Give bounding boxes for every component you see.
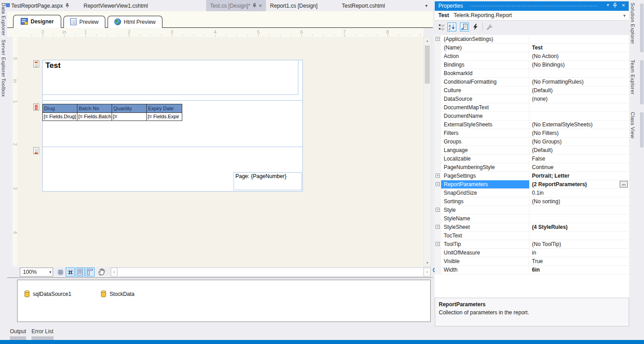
property-value[interactable]: in xyxy=(529,249,629,257)
property-value[interactable]: (2 ReportParameters)... xyxy=(529,180,629,188)
property-row[interactable]: ConditionalFormatting (No FormattingRule… xyxy=(435,78,629,86)
property-row[interactable]: StyleName xyxy=(435,214,629,223)
property-row[interactable]: Sortings (No sorting) xyxy=(435,197,629,206)
property-pages-button[interactable] xyxy=(460,22,469,31)
property-row[interactable]: Groups (No Groups) xyxy=(435,138,629,146)
page-header-section-icon[interactable] xyxy=(33,60,39,67)
expand-icon[interactable]: + xyxy=(436,37,440,41)
canvas-vertical-scrollbar[interactable]: ▴ ▾ xyxy=(423,37,431,267)
property-name[interactable]: Language xyxy=(441,146,529,154)
property-name[interactable]: ExternalStyleSheets xyxy=(441,121,529,129)
tab-designer[interactable]: Designer xyxy=(13,15,61,28)
scroll-up-icon[interactable]: ▴ xyxy=(424,37,431,44)
property-row[interactable]: BookmarkId xyxy=(435,69,629,78)
chevron-down-icon[interactable]: ▾ xyxy=(49,270,51,274)
property-name[interactable]: DocumentName xyxy=(441,112,529,120)
expand-icon[interactable]: + xyxy=(436,242,440,246)
property-value[interactable]: (No Filters) xyxy=(529,129,629,137)
property-name[interactable]: Width xyxy=(441,266,529,274)
property-name[interactable]: PageSettings xyxy=(441,172,529,180)
property-row[interactable]: SnapGridSize 0.1in xyxy=(435,189,629,197)
properties-titlebar[interactable]: Properties ▾ × xyxy=(435,1,629,11)
property-row[interactable]: DocumentName xyxy=(435,112,629,121)
property-value[interactable]: (4 StyleRules) xyxy=(529,223,629,231)
property-row[interactable]: UnitOfMeasure in xyxy=(435,249,629,257)
table-header-cell[interactable]: Drug xyxy=(43,104,77,112)
canvas-horizontal-scrollbar[interactable] xyxy=(117,268,423,277)
pin-icon[interactable] xyxy=(65,3,69,8)
table-data-cell[interactable]: [= Fields.Batch xyxy=(77,112,112,121)
right-rail-tab[interactable]: Class View xyxy=(630,112,635,140)
property-row[interactable]: + PageSettings Portrait; Letter xyxy=(435,172,629,180)
properties-object-selector[interactable]: Test Telerik.Reporting.Report ▾ xyxy=(435,11,629,21)
scroll-left-button[interactable]: ‹ xyxy=(111,268,117,277)
property-value[interactable] xyxy=(529,214,629,223)
property-name[interactable]: Culture xyxy=(441,86,529,94)
property-row[interactable]: Bindings (No Bindings) xyxy=(435,61,629,69)
close-icon[interactable]: × xyxy=(621,2,625,9)
property-value[interactable] xyxy=(529,112,629,120)
property-row[interactable]: Localizable False xyxy=(435,155,629,163)
section-divider[interactable] xyxy=(42,147,302,147)
property-value[interactable]: (Default) xyxy=(529,146,629,154)
property-name[interactable]: BookmarkId xyxy=(441,69,529,77)
detail-section-icon[interactable] xyxy=(33,103,39,111)
page-footer-section-icon[interactable] xyxy=(33,147,39,154)
expand-icon[interactable]: + xyxy=(436,174,440,178)
property-name[interactable]: ReportParameters xyxy=(441,180,529,188)
property-value[interactable]: (No Bindings) xyxy=(529,61,629,69)
property-row[interactable]: Filters (No Filters) xyxy=(435,129,629,138)
tab-overflow-caret-icon[interactable]: ▾ xyxy=(425,3,428,8)
report-title-textbox[interactable]: Test xyxy=(42,60,298,95)
property-value[interactable] xyxy=(529,103,629,112)
document-tab[interactable]: ReportViewerView1.cshtml × xyxy=(80,0,152,11)
property-value[interactable] xyxy=(529,206,629,214)
property-row[interactable]: ExternalStyleSheets (No ExternalStyleShe… xyxy=(435,121,629,129)
property-value[interactable]: 0.1in xyxy=(529,189,629,197)
property-row[interactable]: + ToolTip (No ToolTip) xyxy=(435,240,629,249)
document-tab[interactable]: TestReportPage.aspx × xyxy=(7,0,73,11)
table-data-cell[interactable]: [= Fields.Expir xyxy=(147,112,182,121)
property-value[interactable] xyxy=(529,35,629,43)
property-value[interactable]: Continue xyxy=(529,163,629,171)
snap-to-grid-button[interactable] xyxy=(66,268,75,277)
bottom-panel-tab[interactable]: Error List xyxy=(32,328,54,340)
scroll-right-button[interactable]: › xyxy=(423,268,431,277)
scroll-down-icon[interactable]: ▾ xyxy=(424,259,431,266)
alphabetical-button[interactable]: AZ xyxy=(447,22,456,31)
tab-preview[interactable]: Preview xyxy=(63,16,105,28)
show-rulers-button[interactable] xyxy=(86,268,95,277)
property-value[interactable]: Portrait; Letter xyxy=(529,172,629,180)
property-name[interactable]: DocumentMapText xyxy=(441,103,529,112)
section-divider[interactable] xyxy=(42,100,302,101)
property-row[interactable]: + (ApplicationSettings) xyxy=(435,35,629,44)
categorized-button[interactable] xyxy=(437,22,446,31)
ellipsis-button[interactable]: ... xyxy=(620,181,628,188)
left-rail-tab[interactable]: Server Explorer xyxy=(1,40,6,77)
data-source-component[interactable]: StockData xyxy=(100,290,134,298)
close-icon[interactable]: × xyxy=(259,3,262,9)
property-value[interactable]: (No sorting) xyxy=(529,197,629,206)
property-name[interactable]: UnitOfMeasure xyxy=(441,249,529,257)
expand-icon[interactable]: + xyxy=(436,182,440,186)
property-name[interactable]: ConditionalFormatting xyxy=(441,78,529,86)
property-name[interactable]: Localizable xyxy=(441,155,529,163)
document-tab[interactable]: Report1.cs [Design] × xyxy=(266,0,321,11)
chevron-down-icon[interactable]: ▾ xyxy=(623,13,626,18)
property-row[interactable]: Visible True xyxy=(435,257,629,266)
property-name[interactable]: Style xyxy=(441,206,529,214)
property-value[interactable]: (No FormattingRules) xyxy=(529,78,629,86)
property-name[interactable]: Filters xyxy=(441,129,529,137)
window-position-icon[interactable]: ▾ xyxy=(607,3,609,7)
property-row[interactable]: PageNumberingStyle Continue xyxy=(435,163,629,172)
data-source-component[interactable]: sqlDataSource1 xyxy=(24,290,71,298)
property-value[interactable] xyxy=(529,69,629,77)
property-value[interactable]: False xyxy=(529,155,629,163)
property-name[interactable]: StyleName xyxy=(441,214,529,223)
property-row[interactable]: + ReportParameters (2 ReportParameters).… xyxy=(435,180,629,189)
property-name[interactable]: Bindings xyxy=(441,61,529,69)
zoom-select[interactable]: 100% ▾ xyxy=(20,268,53,277)
property-row[interactable]: DocumentMapText xyxy=(435,103,629,112)
scrollbar-thumb[interactable] xyxy=(425,45,430,84)
table-header-cell[interactable]: Batch No xyxy=(77,104,112,112)
